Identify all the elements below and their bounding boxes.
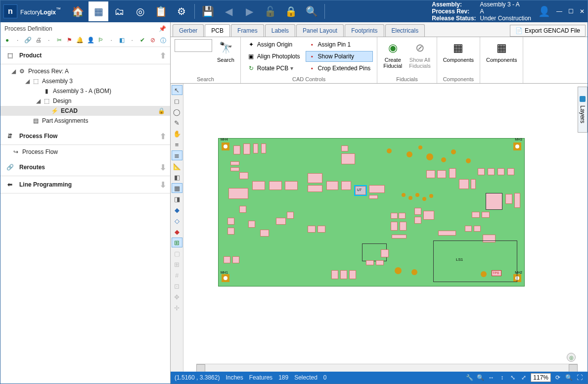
section-product[interactable]: ⬚ Product ⬆ — [0, 47, 170, 64]
dim1-icon[interactable]: ▢ — [172, 248, 182, 258]
ok-icon[interactable]: ✔ — [139, 37, 146, 45]
reroute-icon: 🔗 — [4, 162, 15, 173]
grid-icon[interactable]: ▦ — [172, 183, 182, 193]
show-polarity-button[interactable]: ▪Show Polarity — [306, 51, 373, 62]
search-input[interactable] — [175, 39, 212, 52]
section-process-flow[interactable]: ⇵ Process Flow ⬆ — [0, 128, 170, 145]
minimize-icon[interactable]: — — [556, 8, 562, 15]
comp — [498, 168, 504, 175]
flag2-icon[interactable]: 🏳 — [97, 37, 105, 45]
crop-pins-button[interactable]: ▪Crop Extended Pins — [306, 63, 373, 74]
zoom-in-icon[interactable]: 🔍 — [565, 374, 573, 382]
link-icon[interactable]: 🔗 — [24, 37, 32, 45]
tree-parts[interactable]: ▤Part Assignments — [0, 116, 170, 126]
save-icon[interactable]: 💾 — [198, 1, 218, 21]
tab-labels[interactable]: Labels — [265, 24, 295, 37]
assign-origin-button[interactable]: ✦Assign Origin — [245, 39, 303, 50]
tree-bom[interactable]: ▮Assembly 3 - A (BOM) — [0, 86, 170, 96]
align-photoplots-button[interactable]: ▣Align Photoplots — [245, 51, 303, 62]
lasso-icon[interactable]: ◯ — [172, 107, 182, 117]
tree-process-flow[interactable]: ↪Process Flow — [0, 147, 170, 157]
grid-icon[interactable]: ▦ — [89, 1, 108, 21]
tree-ecad[interactable]: ⚡ECAD🔒 — [0, 106, 170, 116]
box-icon[interactable]: ◧ — [118, 37, 126, 45]
components-button[interactable]: ▦ Components — [441, 39, 476, 64]
tree-design[interactable]: ◢⬚Design — [0, 96, 170, 106]
zoom-reset-icon[interactable]: ⟳ — [554, 374, 562, 382]
tree-process-rev[interactable]: ◢⚙Process Rev: A — [0, 66, 170, 76]
user-small-icon[interactable]: 👤 — [87, 37, 94, 45]
pad — [451, 149, 456, 154]
move-icon[interactable]: ✥ — [172, 292, 182, 302]
status-tool3-icon[interactable]: ↔ — [487, 374, 495, 382]
blue1-icon[interactable]: ◆ — [172, 205, 182, 215]
close-icon[interactable]: ✕ — [580, 8, 585, 15]
hand-icon[interactable]: ✋ — [172, 129, 182, 139]
flag-icon[interactable]: ⚑ — [66, 37, 73, 45]
tab-electricals[interactable]: Electricals — [385, 24, 425, 37]
maximize-icon[interactable]: ☐ — [568, 8, 574, 15]
user-icon[interactable]: 👤 — [538, 5, 550, 17]
clipboard-icon[interactable]: 📋 — [151, 1, 171, 21]
no-icon[interactable]: ⊘ — [149, 37, 157, 45]
vertical-toolbar: ↖ ◻ ◯ ✎ ✋ ≡ ≣ 📐 ◧ ▦ ◨ ◆ ◇ ◆ ⊞ ▢ ⊞ # ⊡ ✥ — [171, 84, 183, 372]
bars2-icon[interactable]: ≣ — [172, 150, 182, 160]
red-icon[interactable]: ◆ — [172, 227, 182, 237]
tab-frames[interactable]: Frames — [231, 24, 264, 37]
status-tool4-icon[interactable]: ↕ — [498, 374, 506, 382]
globe-icon[interactable]: ◎ — [130, 1, 150, 21]
dim3-icon[interactable]: # — [172, 270, 182, 280]
back-icon[interactable]: ◀ — [219, 1, 238, 21]
print-icon[interactable]: 🖨 — [35, 37, 42, 45]
layer-icon[interactable]: ◨ — [172, 194, 182, 204]
status-tool6-icon[interactable]: ⤢ — [520, 374, 528, 382]
add-icon[interactable]: ● — [3, 37, 11, 45]
components-button-2[interactable]: ▦ Components — [484, 39, 519, 64]
marquee-icon[interactable]: ◻ — [172, 96, 182, 106]
tab-panel-layout[interactable]: Panel Layout — [296, 24, 344, 37]
assign-pin1-button[interactable]: ▪Assign Pin 1 — [306, 39, 373, 50]
pin-icon[interactable]: 📌 — [159, 25, 166, 32]
wand-icon[interactable]: ✎ — [172, 118, 182, 128]
toggle-icon[interactable]: ◧ — [172, 172, 182, 182]
lock-icon[interactable]: 🔒 — [281, 1, 301, 21]
gear-icon[interactable]: ⚙ — [172, 1, 191, 21]
info-icon[interactable]: ⓘ — [160, 37, 167, 45]
layers-panel-tab[interactable]: Layers — [578, 87, 588, 133]
cut-icon[interactable]: ✂ — [55, 37, 63, 45]
dim4-icon[interactable]: ⊡ — [172, 281, 182, 291]
move2-icon[interactable]: ✢ — [172, 303, 182, 313]
status-tool5-icon[interactable]: ⤡ — [509, 374, 517, 382]
export-gencad-button[interactable]: 📄 Export GENCAD File — [510, 25, 586, 37]
blue2-icon[interactable]: ◇ — [172, 216, 182, 226]
zoom-fit-icon[interactable]: ⛶ — [576, 374, 584, 382]
tab-gerber[interactable]: Gerber — [173, 24, 204, 37]
pointer-icon[interactable]: ↖ — [172, 85, 182, 95]
bars-icon[interactable]: ≡ — [172, 140, 182, 149]
tree-assembly[interactable]: ◢⬚Assembly 3 — [0, 76, 170, 86]
unlock-icon[interactable]: 🔓 — [260, 1, 280, 21]
tab-pcb[interactable]: PCB — [205, 24, 230, 37]
quad-icon[interactable]: ⊞ — [172, 238, 182, 247]
tab-footprints[interactable]: Footprints — [345, 24, 384, 37]
create-fiducial-button[interactable]: ◉ Create Fiducial — [381, 39, 404, 70]
zoom-value[interactable]: 117% — [531, 373, 551, 382]
layers-icon[interactable]: 🗂 — [109, 1, 129, 21]
measure-icon[interactable]: 📐 — [172, 161, 182, 171]
status-tool2-icon[interactable]: 🔍 — [476, 374, 484, 382]
find-person-icon[interactable]: 🔍 — [302, 1, 321, 21]
search-button[interactable]: 🔭 Search — [215, 39, 236, 64]
fit-view-button[interactable]: ◎ — [567, 353, 576, 362]
show-all-fiducials-button[interactable]: ⊘ Show All Fiducials — [407, 39, 432, 70]
rotate-pcb-button[interactable]: ↻Rotate PCB ▾ — [245, 63, 303, 74]
horizontal-scrollbar[interactable] — [196, 364, 578, 372]
section-line-programming[interactable]: ⬅ Line Programming ⬇ — [0, 176, 170, 193]
comp — [232, 256, 239, 263]
forward-icon[interactable]: ▶ — [239, 1, 259, 21]
pcb-viewport[interactable]: MH4 MH3 MH1 MH2 — [183, 84, 588, 372]
dim2-icon[interactable]: ⊞ — [172, 259, 182, 269]
home-icon[interactable]: 🏠 — [68, 1, 88, 21]
status-tool1-icon[interactable]: 🔧 — [465, 374, 473, 382]
bell-icon[interactable]: 🔔 — [76, 37, 84, 45]
section-reroutes[interactable]: 🔗 Reroutes ⬇ — [0, 159, 170, 176]
